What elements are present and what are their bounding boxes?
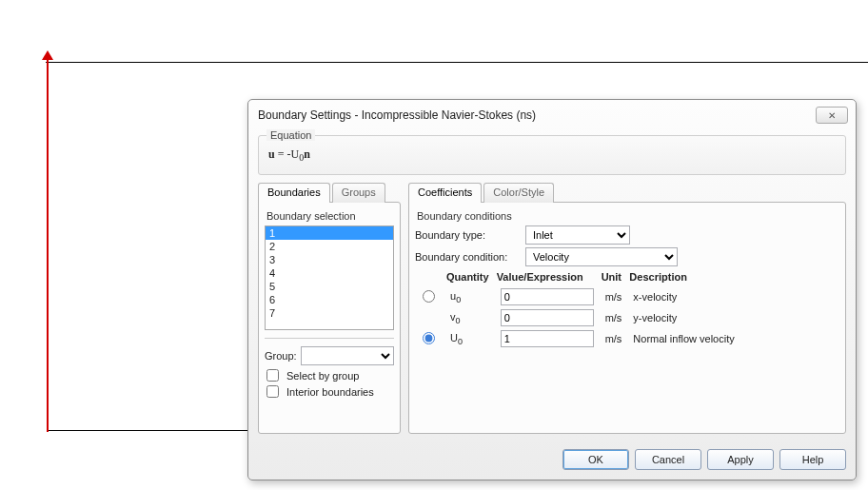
description-label: x-velocity <box>627 286 740 307</box>
tab-boundaries[interactable]: Boundaries <box>258 183 330 203</box>
value-input[interactable] <box>501 288 594 305</box>
quantity-symbol: u0 <box>444 286 495 307</box>
cancel-button[interactable]: Cancel <box>635 449 701 470</box>
boundary-type-select[interactable]: Inlet <box>525 225 630 245</box>
table-row: U0m/sNormal inflow velocity <box>415 328 740 349</box>
right-tabs: Coefficients Color/Style <box>408 183 846 203</box>
left-tabs: Boundaries Groups <box>258 183 401 203</box>
value-input[interactable] <box>501 330 594 347</box>
boundary-selection-label: Boundary selection <box>266 210 394 222</box>
list-item[interactable]: 2 <box>266 240 393 253</box>
unit-label: m/s <box>600 328 628 349</box>
interior-boundaries-label: Interior boundaries <box>286 386 374 398</box>
tab-colorstyle[interactable]: Color/Style <box>483 183 554 203</box>
col-value: Value/Expression <box>495 269 600 286</box>
list-item[interactable]: 3 <box>266 253 393 266</box>
list-item[interactable]: 1 <box>266 226 393 240</box>
quantity-symbol: v0 <box>444 307 495 328</box>
apply-button[interactable]: Apply <box>707 449 774 470</box>
description-label: Normal inflow velocity <box>627 328 740 349</box>
help-button[interactable]: Help <box>779 449 846 470</box>
quantity-symbol: U0 <box>444 328 495 349</box>
list-item[interactable]: 7 <box>266 306 393 320</box>
boundary-type-label: Boundary type: <box>415 229 520 241</box>
boundary-conditions-legend: Boundary conditions <box>417 210 839 222</box>
list-item[interactable]: 5 <box>266 280 393 293</box>
close-button[interactable]: ✕ <box>816 107 848 124</box>
selected-boundary-arrowhead <box>42 50 53 60</box>
group-select[interactable] <box>301 346 394 365</box>
list-item[interactable]: 4 <box>266 266 393 280</box>
coefficients-table: Quantity Value/Expression Unit Descripti… <box>415 269 740 349</box>
value-input[interactable] <box>501 309 594 326</box>
boundary-settings-dialog: Boundary Settings - Incompressible Navie… <box>247 99 857 480</box>
selected-boundary-line[interactable] <box>47 55 49 432</box>
col-description: Description <box>627 269 740 286</box>
tab-groups[interactable]: Groups <box>332 183 385 203</box>
col-quantity: Quantity <box>444 269 495 286</box>
tab-coefficients[interactable]: Coefficients <box>408 183 482 203</box>
ok-button[interactable]: OK <box>562 449 629 470</box>
geometry-top-edge <box>46 62 868 63</box>
description-label: y-velocity <box>627 307 740 328</box>
velocity-mode-radio[interactable] <box>423 332 435 344</box>
dialog-button-bar: OK Cancel Apply Help <box>248 441 856 480</box>
interior-boundaries-checkbox[interactable] <box>266 385 279 398</box>
unit-label: m/s <box>600 307 628 328</box>
close-icon: ✕ <box>828 110 836 121</box>
equation-text: u = -U0n <box>266 144 838 165</box>
geometry-bottom-edge <box>49 430 248 431</box>
velocity-mode-radio[interactable] <box>423 290 435 303</box>
boundary-listbox[interactable]: 1234567 <box>265 225 394 330</box>
table-row: u0m/sx-velocity <box>415 286 740 307</box>
list-item[interactable]: 6 <box>266 293 393 306</box>
boundary-condition-label: Boundary condition: <box>415 251 520 263</box>
table-row: v0m/sy-velocity <box>415 307 740 328</box>
unit-label: m/s <box>600 286 628 307</box>
equation-group: Equation u = -U0n <box>258 135 846 175</box>
dialog-titlebar[interactable]: Boundary Settings - Incompressible Navie… <box>248 105 856 129</box>
col-unit: Unit <box>600 269 628 286</box>
boundary-condition-select[interactable]: Velocity <box>525 247 678 266</box>
equation-legend: Equation <box>266 129 315 141</box>
select-by-group-checkbox[interactable] <box>266 369 279 382</box>
dialog-title: Boundary Settings - Incompressible Navie… <box>258 108 816 122</box>
group-label: Group: <box>265 350 297 362</box>
select-by-group-label: Select by group <box>286 370 359 382</box>
